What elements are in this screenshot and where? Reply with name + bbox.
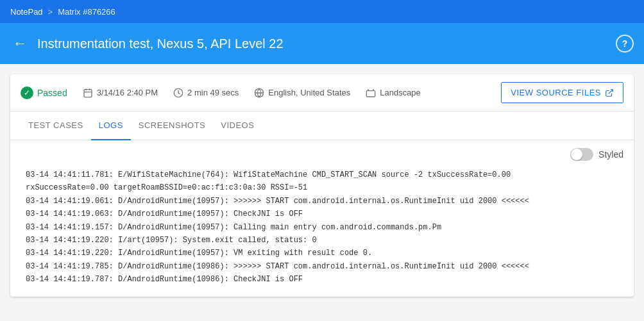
locale-meta: English, United States [254,88,350,98]
log-line: 03-14 14:41:19.063: D/AndroidRuntime(109… [26,208,618,220]
status-label: Passed [37,88,67,98]
duration-meta: 2 min 49 secs [173,88,239,98]
page-title: Instrumentation test, Nexus 5, API Level… [37,37,284,51]
tab-screenshots[interactable]: SCREENSHOTS [131,111,213,140]
status-passed: ✓ Passed [21,86,67,99]
help-button[interactable]: ? [616,35,634,53]
header-bar: ← Instrumentation test, Nexus 5, API Lev… [0,23,644,64]
orientation-label: Landscape [380,88,421,97]
nav-separator: > [48,7,53,17]
main-card: ✓ Passed 3/14/16 2:40 PM 2 min 49 secs E… [10,74,634,297]
log-line: 03-14 14:41:19.157: D/AndroidRuntime(109… [26,221,618,234]
header-left: ← Instrumentation test, Nexus 5, API Lev… [10,34,284,53]
locale-label: English, United States [268,88,350,97]
date-meta: 3/14/16 2:40 PM [83,88,158,98]
nav-matrix-item[interactable]: Matrix #876266 [58,7,115,17]
svg-rect-0 [84,89,92,97]
log-line: 03-14 14:41:19.785: D/AndroidRuntime(109… [26,260,618,273]
duration-label: 2 min 49 secs [187,88,239,97]
log-line: 03-14 14:41:19.220: I/AndroidRuntime(109… [26,247,618,259]
external-link-icon [605,88,614,97]
log-line: 03-14 14:41:19.061: D/AndroidRuntime(109… [26,195,618,208]
log-line: 03-14 14:41:19.220: I/art(10957): System… [26,234,618,247]
tab-test-cases[interactable]: TEST CASES [21,111,91,140]
back-button[interactable]: ← [10,34,30,53]
status-bar: ✓ Passed 3/14/16 2:40 PM 2 min 49 secs E… [10,74,634,111]
check-circle-icon: ✓ [21,86,33,99]
log-controls: Styled [10,140,634,163]
top-nav: NotePad > Matrix #876266 [0,0,644,23]
svg-line-10 [609,89,613,93]
orientation-meta: Landscape [366,88,421,98]
log-line: rxSuccessRate=0.00 targetRoamBSSID=e0:ac… [26,181,618,194]
log-line: 03-14 14:41:19.787: D/AndroidRuntime(109… [26,273,618,286]
styled-toggle[interactable] [570,148,593,161]
brand-label: NotePad [10,7,43,17]
calendar-icon [83,88,93,98]
view-source-button[interactable]: VIEW SOURCE FILES [501,82,623,103]
clock-icon [173,88,183,98]
tab-logs[interactable]: LOGS [91,111,131,140]
tab-videos[interactable]: VIDEOS [213,111,262,140]
orientation-icon [366,88,376,98]
log-content: 03-14 14:41:11.781: E/WifiStateMachine(7… [10,163,634,297]
date-label: 3/14/16 2:40 PM [97,88,158,97]
globe-icon [254,88,264,98]
svg-rect-7 [367,90,375,96]
log-line: 03-14 14:41:11.781: E/WifiStateMachine(7… [26,169,618,181]
styled-label: Styled [598,149,623,160]
tabs-bar: TEST CASES LOGS SCREENSHOTS VIDEOS [10,111,634,140]
